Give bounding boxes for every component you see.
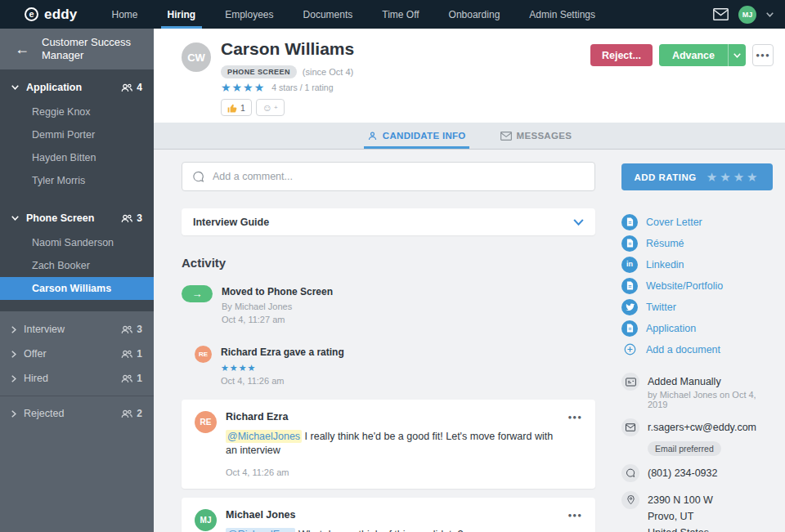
sidebar-item-candidate[interactable]: Naomi Sanderson: [0, 231, 154, 254]
link-label: Application: [646, 323, 696, 334]
people-icon: [121, 83, 132, 92]
people-icon: [121, 374, 132, 383]
plus-circle-icon: [621, 342, 638, 358]
section-label: Rejected: [24, 408, 64, 419]
link-linkedin[interactable]: in Linkedin: [621, 254, 773, 275]
nav-item-onboarding[interactable]: Onboarding: [434, 0, 515, 29]
user-avatar[interactable]: MJ: [738, 6, 756, 24]
tab-candidate-info[interactable]: CANDIDATE INFO: [367, 123, 466, 149]
phone-value[interactable]: (801) 234-0932: [648, 464, 717, 482]
link-website-portfolio[interactable]: Website/Portfolio: [621, 275, 773, 296]
section-label: Application: [26, 82, 82, 93]
stage-badge: PHONE SCREEN: [221, 65, 297, 78]
nav-item-hiring[interactable]: Hiring: [153, 0, 211, 29]
section-count: 4: [121, 82, 142, 93]
email-value[interactable]: r.sagers+cw@eddy.com: [648, 418, 756, 436]
reject-button[interactable]: Reject...: [590, 44, 653, 66]
candidate-info-list: Added Manually by Michael Jones on Oct 4…: [621, 373, 773, 532]
add-rating-button[interactable]: ADD RATING ★★★★: [621, 163, 773, 190]
document-icon: [621, 278, 638, 294]
user-menu-chevron-icon[interactable]: [766, 12, 774, 17]
document-links: Cover Letter Résumé in Linkedin Website/…: [621, 212, 773, 360]
sidebar-item-candidate-selected[interactable]: Carson Williams: [0, 277, 154, 300]
sidebar-section-application[interactable]: Application 4: [0, 74, 154, 101]
mail-icon[interactable]: [713, 8, 729, 20]
people-icon: [121, 214, 132, 223]
comment-author: Michael Jones: [226, 509, 559, 521]
section-label: Offer: [24, 348, 47, 360]
app-root: e eddy Home Hiring Employees Documents T…: [0, 0, 785, 532]
comment-input[interactable]: [213, 171, 585, 182]
candidate-avatar: CW: [182, 42, 211, 72]
stage-since: (since Oct 4): [303, 67, 353, 77]
spacer: [0, 192, 154, 205]
sidebar-item-candidate[interactable]: Demmi Porter: [0, 123, 154, 146]
sidebar-section-interview[interactable]: Interview 3: [0, 317, 154, 342]
info-row-address: 2390 N 100 W Provo, UT United States: [621, 491, 773, 532]
people-icon: [121, 325, 132, 334]
source-detail: by Michael Jones on Oct 4, 2019: [648, 390, 773, 409]
section-count-value: 4: [137, 82, 142, 93]
activity-rating-stars: ★★★★: [221, 362, 344, 375]
sidebar-section-offer[interactable]: Offer 1: [0, 342, 154, 366]
activity-heading: Moved to Phone Screen: [222, 285, 333, 299]
activity-time: Oct 4, 11:27 am: [222, 314, 333, 327]
nav-item-employees[interactable]: Employees: [210, 0, 288, 29]
details-column: ADD RATING ★★★★ Cover Letter Résumé in L…: [621, 163, 773, 532]
back-arrow-icon[interactable]: ←: [15, 42, 29, 56]
link-twitter[interactable]: Twitter: [621, 297, 773, 317]
chevron-down-icon[interactable]: [573, 219, 584, 226]
nav-right: MJ: [713, 6, 785, 24]
tab-messages[interactable]: MESSAGES: [500, 123, 572, 149]
comment-text: @RichardEzra What do you think of this c…: [226, 528, 559, 532]
sidebar-item-candidate[interactable]: Zach Booker: [0, 254, 154, 277]
add-reaction-button[interactable]: ☺+: [256, 99, 285, 116]
link-cover-letter[interactable]: Cover Letter: [621, 212, 773, 232]
activity-time: Oct 4, 11:26 am: [221, 375, 344, 388]
mention-link[interactable]: @MichaelJones: [226, 430, 302, 443]
sidebar-section-rejected[interactable]: Rejected 2: [0, 401, 154, 426]
section-count-value: 3: [137, 324, 142, 335]
comment-time: Oct 4, 11:26 am: [226, 467, 559, 477]
twitter-icon: [621, 299, 638, 315]
advance-button[interactable]: Advance: [659, 44, 728, 66]
thumbs-up-reaction-button[interactable]: 1: [221, 99, 252, 116]
mention-link[interactable]: @RichardEzra: [226, 528, 295, 532]
plus-glyph: +: [274, 104, 278, 111]
link-label: Add a document: [646, 344, 720, 355]
comment-menu-button[interactable]: ●●●: [568, 512, 583, 519]
link-resume[interactable]: Résumé: [621, 233, 773, 253]
nav-item-home[interactable]: Home: [96, 0, 152, 29]
add-rating-label: ADD RATING: [634, 172, 696, 182]
link-add-document[interactable]: Add a document: [621, 339, 773, 360]
reactions-row: 1 ☺+: [221, 99, 285, 116]
info-text-block: Added Manually by Michael Jones on Oct 4…: [648, 373, 773, 409]
sidebar-section-hired[interactable]: Hired 1: [0, 366, 154, 391]
rating-stars[interactable]: ★★★★: [221, 81, 265, 94]
tab-label: CANDIDATE INFO: [383, 131, 466, 141]
source-label: Added Manually: [648, 373, 773, 389]
link-application[interactable]: Application: [621, 318, 773, 338]
interview-guide-panel[interactable]: Interview Guide: [182, 208, 595, 235]
chevron-right-icon: [11, 326, 16, 333]
comment-card: RE Richard Ezra @MichaelJones I really t…: [182, 400, 595, 489]
sidebar-section-phone-screen[interactable]: Phone Screen 3: [0, 205, 154, 231]
sidebar-item-candidate[interactable]: Reggie Knox: [0, 101, 154, 123]
comment-menu-button[interactable]: ●●●: [568, 414, 583, 421]
advance-dropdown-chevron-icon[interactable]: [728, 44, 746, 66]
document-icon: [621, 320, 638, 337]
nav-item-admin-settings[interactable]: Admin Settings: [514, 0, 610, 29]
nav-item-time-off[interactable]: Time Off: [367, 0, 433, 29]
stage-arrow-icon: →: [182, 285, 213, 302]
more-actions-button[interactable]: ●●●: [752, 44, 774, 66]
add-rating-stars[interactable]: ★★★★: [706, 170, 760, 185]
location-pin-icon: [621, 491, 639, 509]
comment-text-rest: What do you think of this candidate?: [295, 529, 463, 532]
activity-body: Moved to Phone Screen By Michael Jones O…: [222, 285, 333, 327]
sidebar-item-candidate[interactable]: Hayden Bitten: [0, 146, 154, 169]
link-label: Linkedin: [646, 259, 684, 270]
nav-item-documents[interactable]: Documents: [289, 0, 368, 29]
eddy-logo[interactable]: e eddy: [0, 7, 85, 23]
sidebar-item-candidate[interactable]: Tyler Morris: [0, 169, 154, 192]
thumbs-up-icon: [227, 103, 237, 113]
